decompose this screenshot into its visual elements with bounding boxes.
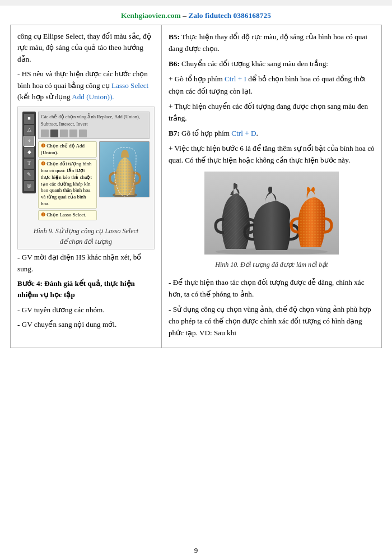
para-next: - GV chuyển sang nội dung mới. [17, 319, 155, 330]
para-ellipse: công cụ Ellipse Select, thay đổi màu sắc… [17, 31, 155, 65]
b6-sub2: + Thực hiện chuyển các đối tượng đang đư… [169, 100, 375, 124]
ann2-text: Chọn Lasso Select. [46, 212, 86, 218]
page-header: Kenhgiaovien.com – Zalo fidutech 0386168… [0, 6, 392, 25]
dark-vases-svg [204, 172, 339, 255]
figure-10-image [204, 172, 339, 255]
tool-icon-lasso: ⌖ [24, 136, 34, 146]
sub-icon [60, 130, 68, 137]
page-number: 9 [0, 546, 392, 555]
b6-para: B6: Chuyển các đối tượng khác sang màu đ… [169, 58, 375, 70]
site-name[interactable]: Kenhgiaovien.com [121, 11, 181, 20]
tool-icon-4: ◆ [24, 147, 34, 158]
para-lasso-text2: (kết hợp sử dụng [17, 92, 72, 101]
tool-icon-1: ■ [24, 114, 34, 124]
figure-9: ■ △ ⌖ ◆ T ✎ ◎ Các chế độ chọn vùng ảnh R… [17, 107, 155, 249]
step4-header: Bước 4: Đánh giá kết quả, thực hiện nhiệ… [17, 278, 155, 301]
ps-options-bar: Các chế độ chọn vùng ảnh Replace, Add (U… [38, 112, 150, 139]
b7-sub-text: + Việc thực hiện bước 6 là để tăng thêm … [169, 144, 375, 164]
zalo-link[interactable]: Zalo fidutech 0386168725 [188, 11, 271, 20]
ann3-text: Chọn chế độ Add (Union). [41, 143, 85, 155]
b7-label: B7: [169, 129, 180, 137]
ann2-num: ❷ [41, 212, 45, 218]
page: Kenhgiaovien.com – Zalo fidutech 0386168… [0, 6, 392, 555]
b7-para: B7: Gõ tổ hợp phím Ctrl + D. [169, 127, 375, 139]
b6-sub1-prefix: + Gõ tổ hợp phím [169, 75, 225, 83]
para-next-text: - GV chuyển sang nội dung mới. [17, 320, 116, 329]
annotation-2: ❷ Chọn Lasso Select. [38, 210, 97, 220]
ctrl-d: Ctrl + D [231, 129, 256, 137]
tool-icon-5: T [24, 159, 34, 169]
para-commend-text: - GV tuyên dương các nhóm. [17, 306, 105, 314]
replace-icon [41, 130, 49, 137]
figure-10: Hình 10. Đối tượng đã được làm nổi bật [169, 172, 375, 270]
tool-icon-6: ✎ [24, 170, 34, 180]
separator: – [181, 11, 189, 20]
note1-text: - Để thực hiện thao tác chọn đối tượng đ… [169, 278, 365, 298]
vase-svg [100, 142, 150, 197]
left-column: công cụ Ellipse Select, thay đổi màu sắc… [11, 25, 162, 348]
figure-9-caption: Hình 9. Sử dụng công cụ Lasso Selectđể c… [20, 226, 152, 247]
lasso-select-link[interactable]: Lasso Select [111, 81, 148, 90]
ps-canvas-area: ❸ Chọn chế độ Add (Union). ❹ Chọn đối tư… [38, 141, 150, 222]
b6-label: B6: [169, 59, 180, 68]
b5-label: B5: [169, 33, 180, 41]
b6-text: Chuyển các đối tượng khác sang màu đen t… [180, 59, 328, 68]
b6-sub2-text: + Thực hiện chuyển các đối tượng đang đư… [169, 102, 368, 122]
int-icon [69, 130, 77, 137]
b5-text: Thực hiện thay đổi độ rực màu, độ sáng c… [169, 33, 367, 53]
figure-10-caption: Hình 10. Đối tượng đã được làm nổi bật [169, 260, 375, 270]
annotation-4: ❹ Chọn đối tượng bình hoa có quai: lần l… [38, 159, 97, 209]
para-commend: - GV tuyên dương các nhóm. [17, 304, 155, 316]
ps-canvas-image [99, 141, 150, 197]
para-ellipse-text: công cụ Ellipse Select, thay đổi màu sắc… [17, 32, 151, 63]
ctrl-i: Ctrl + I [225, 75, 246, 83]
right-column: B5: Thực hiện thay đổi độ rực màu, độ sá… [162, 25, 381, 348]
ps-figure-content: ■ △ ⌖ ◆ T ✎ ◎ Các chế độ chọn vùng ảnh R… [20, 109, 152, 224]
ps-right-section: Các chế độ chọn vùng ảnh Replace, Add (U… [38, 112, 150, 222]
ann3-num: ❸ [41, 143, 45, 149]
page-num-text: 9 [194, 546, 198, 554]
b6-sub1: + Gõ tổ hợp phím Ctrl + I để bỏ chọn bìn… [169, 73, 375, 96]
b7-suffix: . [256, 129, 258, 137]
annotation-3: ❸ Chọn chế độ Add (Union). [38, 141, 97, 158]
inv-icon [79, 130, 87, 137]
fig10-caption: Hình 10. Đối tượng đã được làm nổi bật [215, 261, 328, 269]
para-invite-text: - GV mời đại diện HS khác nhận xét, bổ s… [17, 253, 141, 272]
note1-para: - Để thực hiện thao tác chọn đối tượng đ… [169, 276, 375, 300]
ann4-text: Chọn đối tượng bình hoa có quai: lần lượ… [41, 161, 92, 206]
content-area: công cụ Ellipse Select, thay đổi màu sắc… [10, 25, 382, 348]
ps-toolbar: ■ △ ⌖ ◆ T ✎ ◎ [22, 112, 36, 193]
fig9-caption2: để chọn đối tượng [60, 238, 112, 246]
step4-label: Bước 4: Đánh giá kết quả, thực hiện nhiệ… [17, 279, 135, 299]
fig9-caption1: Hình 9. Sử dụng công cụ Lasso Select [34, 227, 138, 235]
add-union-link[interactable]: Add (Union)). [72, 92, 114, 101]
tool-icon-2: △ [24, 125, 34, 135]
options-label: Các chế độ chọn vùng ảnh Replace, Add (U… [41, 113, 147, 128]
ann4-num: ❹ [41, 161, 45, 166]
ps-annotations-col: ❸ Chọn chế độ Add (Union). ❹ Chọn đối tư… [38, 141, 97, 222]
b5-para: B5: Thực hiện thay đổi độ rực màu, độ sá… [169, 31, 375, 54]
tool-icon-7: ◎ [24, 181, 34, 191]
b7-sub: + Việc thực hiện bước 6 là để tăng thêm … [169, 142, 375, 166]
para-lasso: - HS nêu và thực hiện được các bước chọn… [17, 68, 155, 103]
note2-text: - Sử dụng công cụ chọn vùng ảnh, chế độ … [169, 305, 371, 337]
b7-prefix: Gõ tổ hợp phím [180, 129, 232, 137]
add-icon [50, 130, 58, 137]
para-invite: - GV mời đại diện HS khác nhận xét, bổ s… [17, 252, 155, 275]
note2-para: - Sử dụng công cụ chọn vùng ảnh, chế độ … [169, 303, 375, 339]
